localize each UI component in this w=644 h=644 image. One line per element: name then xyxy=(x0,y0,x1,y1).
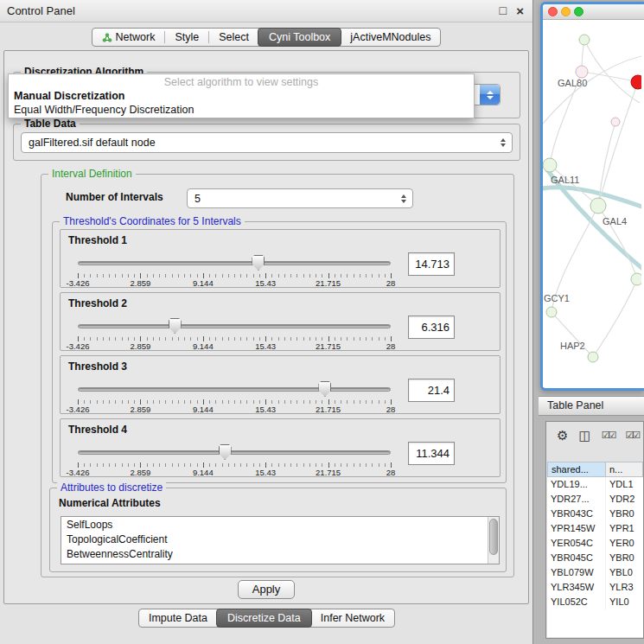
network-node[interactable] xyxy=(576,66,588,78)
table-cell: YLR345W xyxy=(547,580,606,595)
slider-scale-label: 21.715 xyxy=(316,405,341,414)
table-row[interactable]: YER054CYER0 xyxy=(547,536,643,551)
attribute-list-item[interactable]: TopologicalCoefficient xyxy=(61,532,499,546)
threshold-value-field[interactable]: 6.316 xyxy=(408,316,455,339)
table-body: YDL19...YDL1YDR27...YDR2YBR043CYBR0YPR14… xyxy=(547,477,643,637)
attribute-list-item[interactable]: BetweennessCentrality xyxy=(61,546,499,561)
tab-infer-network[interactable]: Infer Network xyxy=(311,609,394,627)
slider-scale-label: 2.859 xyxy=(131,468,151,477)
network-node[interactable] xyxy=(579,35,590,45)
apply-button[interactable]: Apply xyxy=(238,580,295,599)
float-window-icon[interactable]: □ xyxy=(500,0,507,22)
table-row[interactable]: YIL052CYIL0 xyxy=(547,595,643,609)
slider-track[interactable] xyxy=(78,324,391,328)
network-edge[interactable] xyxy=(593,279,637,357)
scrollbar-thumb[interactable] xyxy=(489,519,498,555)
dropdown-placeholder-option[interactable]: Select algorithm to view settings xyxy=(9,75,474,89)
column-header[interactable]: shared... xyxy=(547,462,606,477)
minimize-traffic-light-icon[interactable] xyxy=(561,7,571,16)
threshold-value-field[interactable]: 14.713 xyxy=(408,252,455,276)
number-of-intervals-combobox[interactable]: 5 xyxy=(187,188,413,208)
numerical-attributes-heading: Numerical Attributes xyxy=(59,497,161,509)
network-edge[interactable] xyxy=(598,82,638,206)
network-node[interactable] xyxy=(590,198,606,214)
slider-thumb[interactable] xyxy=(219,444,232,460)
network-node[interactable] xyxy=(543,158,557,172)
node-label: HAP2 xyxy=(560,341,585,351)
slider-scale-label: -3.426 xyxy=(67,341,90,351)
tab-jactivemnodules[interactable]: jActiveMNodules xyxy=(341,29,440,46)
numerical-attributes-list[interactable]: SelfLoopsTopologicalCoefficientBetweenne… xyxy=(61,516,500,564)
control-panel-title: Control Panel xyxy=(7,0,75,22)
tab-style[interactable]: Style xyxy=(165,29,208,46)
threshold-panel: Threshold 2 -3.4262.8599.14415.4321.7152… xyxy=(60,292,501,351)
slider-track[interactable] xyxy=(78,387,391,392)
threshold-value-field[interactable]: 11.344 xyxy=(408,442,455,465)
table-row[interactable]: YLR345WYLR3 xyxy=(547,580,643,595)
network-window-titlebar[interactable] xyxy=(543,4,644,20)
check-pair-icon[interactable]: ☑☑ xyxy=(625,430,639,440)
attribute-list-item[interactable]: SelfLoops xyxy=(61,517,499,532)
tab-select[interactable]: Select xyxy=(209,29,258,46)
network-node[interactable] xyxy=(631,75,641,89)
table-row[interactable]: YDR27...YDR2 xyxy=(547,492,643,507)
number-of-intervals-value: 5 xyxy=(194,189,392,208)
table-cell: YDR2 xyxy=(606,492,643,507)
control-panel-window: Control Panel □ × NetworkStyleSelectCyni… xyxy=(0,0,533,644)
threshold-panel: Threshold 3 -3.4262.8599.14415.4321.7152… xyxy=(60,355,501,414)
tab-label: Select xyxy=(219,31,249,43)
slider-track[interactable] xyxy=(78,261,391,265)
threshold-slider[interactable]: -3.4262.8599.14415.4321.71528 xyxy=(78,254,391,287)
table-cell: YIL0 xyxy=(606,595,643,609)
threshold-slider[interactable]: -3.4262.8599.14415.4321.71528 xyxy=(78,317,391,350)
close-traffic-light-icon[interactable] xyxy=(548,7,558,16)
table-row[interactable]: YBR045CYBR0 xyxy=(547,551,643,565)
columns-icon[interactable]: ◫ xyxy=(578,429,590,442)
table-cell: YER0 xyxy=(606,536,643,551)
slider-track[interactable] xyxy=(78,450,391,455)
table-panel-header[interactable]: Table Panel xyxy=(539,396,644,416)
slider-thumb[interactable] xyxy=(318,381,331,397)
table-row[interactable]: YBL079WYBL0 xyxy=(547,565,643,580)
tab-impute-data[interactable]: Impute Data xyxy=(139,609,217,627)
close-icon[interactable]: × xyxy=(516,0,524,22)
check-pair-icon[interactable]: ☑☑ xyxy=(602,430,615,440)
threshold-value-field[interactable]: 21.4 xyxy=(408,379,455,402)
gear-icon[interactable]: ⚙ xyxy=(557,429,568,442)
table-row[interactable]: YBR043CYBR0 xyxy=(547,507,643,521)
threshold-slider[interactable]: -3.4262.8599.14415.4321.71528 xyxy=(78,380,391,413)
network-edge[interactable] xyxy=(584,40,640,103)
tab-cyni-toolbox[interactable]: Cyni Toolbox xyxy=(258,28,341,47)
network-edge[interactable] xyxy=(582,72,638,82)
control-panel-titlebar[interactable]: Control Panel □ × xyxy=(0,0,532,22)
network-node[interactable] xyxy=(588,352,598,362)
node-label: GAL80 xyxy=(558,78,587,88)
tab-discretize-data[interactable]: Discretize Data xyxy=(216,609,312,628)
threshold-slider[interactable]: -3.4262.8599.14415.4321.71528 xyxy=(78,443,391,476)
slider-thumb[interactable] xyxy=(252,255,265,271)
dropdown-option[interactable]: Equal Width/Frequency Discretization xyxy=(9,103,474,117)
slider-scale-label: 2.859 xyxy=(131,278,151,288)
table-row[interactable]: YPR145WYPR1 xyxy=(547,521,643,536)
zoom-traffic-light-icon[interactable] xyxy=(574,7,583,16)
column-header[interactable]: n... xyxy=(606,462,643,477)
network-canvas[interactable]: GAL80GAL11GAL4GCY1HAP2 xyxy=(543,20,644,387)
threshold-label: Threshold 4 xyxy=(68,424,127,436)
tab-network[interactable]: Network xyxy=(92,29,165,46)
table-cell: YBR045C xyxy=(547,551,606,565)
table-panel-title: Table Panel xyxy=(547,399,603,411)
network-graph[interactable]: GAL80GAL11GAL4GCY1HAP2 xyxy=(543,20,641,387)
slider-scale-label: 2.859 xyxy=(131,341,151,351)
table-row[interactable]: YDL19...YDL1 xyxy=(547,477,643,492)
table-data-combobox[interactable]: galFiltered.sif default node xyxy=(21,132,513,153)
network-node[interactable] xyxy=(631,273,641,285)
dropdown-option[interactable]: Manual Discretization xyxy=(9,89,474,103)
combobox-updown-blue-icon[interactable] xyxy=(480,85,500,105)
slider-thumb[interactable] xyxy=(169,318,182,334)
network-node[interactable] xyxy=(611,118,620,126)
threshold-panel: Threshold 4 -3.4262.8599.14415.4321.7152… xyxy=(60,418,501,477)
list-scrollbar[interactable] xyxy=(488,517,499,564)
network-node[interactable] xyxy=(546,307,557,317)
dropdown-options: Manual DiscretizationEqual Width/Frequen… xyxy=(9,89,474,117)
cyni-toolbox-panel: Discretization Algorithm Select algorith… xyxy=(3,50,529,604)
